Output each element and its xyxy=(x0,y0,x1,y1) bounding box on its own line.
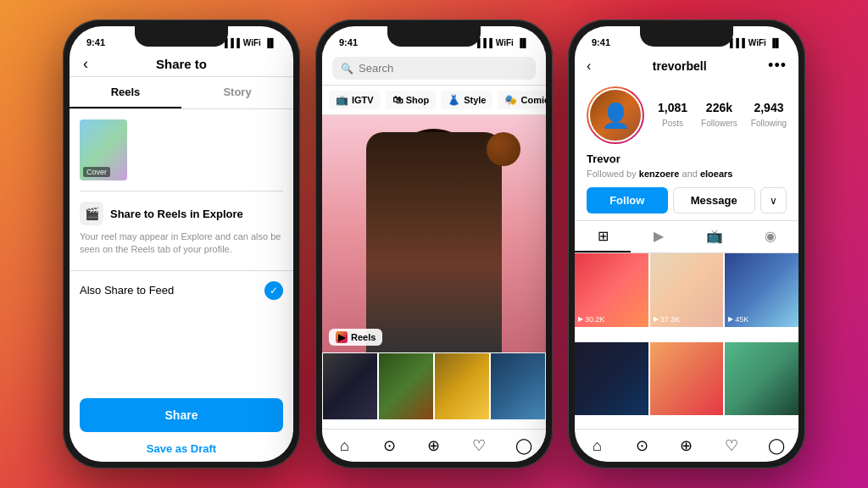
share-button[interactable]: Share xyxy=(80,398,283,432)
status-icons-1: ▐▐▐ WiFi ▐▌ xyxy=(222,38,276,47)
search-input[interactable] xyxy=(359,62,527,75)
body xyxy=(366,132,502,352)
profile-username: trevorbell xyxy=(653,59,707,73)
message-button[interactable]: Message xyxy=(673,187,756,214)
explore-grid: ▶ Reels xyxy=(322,115,546,429)
save-draft-button[interactable]: Save as Draft xyxy=(70,435,293,462)
cover-label: Cover xyxy=(83,167,110,177)
play-icon-1: ▶ xyxy=(578,315,583,323)
ball xyxy=(487,132,520,166)
status-icons-3: ▐▐▐ WiFi ▐▌ xyxy=(727,38,782,47)
phone-profile: 9:41 ▐▐▐ WiFi ▐▌ ‹ trevorbell ••• 👤 xyxy=(568,19,805,469)
caption-area: Cover xyxy=(70,109,293,191)
grid-item-1[interactable]: ▶ 30.2K xyxy=(575,253,648,327)
reels-tab[interactable]: ▶ xyxy=(631,221,687,252)
search-input-wrap[interactable]: 🔍 xyxy=(332,57,536,80)
cat-shop[interactable]: 🛍 Shop xyxy=(386,91,437,109)
dropdown-button[interactable]: ∨ xyxy=(760,187,787,214)
reels-logo: ▶ xyxy=(336,331,348,343)
add-nav[interactable]: ⊕ xyxy=(412,436,457,455)
caption-input[interactable] xyxy=(136,119,283,134)
heart-nav[interactable]: ♡ xyxy=(456,436,501,455)
cat-comics[interactable]: 🎭 Comics xyxy=(498,91,546,109)
grid-item-3[interactable]: ▶ 45K xyxy=(725,253,798,327)
tagged-tab[interactable]: ◉ xyxy=(743,221,798,252)
igtv-tab[interactable]: 📺 xyxy=(687,221,743,252)
tabs: Reels Story xyxy=(70,77,293,109)
also-share-row[interactable]: Also Share to Feed ✓ xyxy=(70,270,293,310)
home-nav[interactable]: ⌂ xyxy=(322,436,367,455)
count-3: 45K xyxy=(735,315,748,324)
profile-screen: ‹ trevorbell ••• 👤 1,081 Posts 226k xyxy=(575,52,798,462)
grid-item-2[interactable]: ▶ 37.3K xyxy=(650,253,724,327)
posts-label: Posts xyxy=(662,119,683,128)
count-1: 30.2K xyxy=(585,315,605,324)
explore-section: 🎬 Share to Reels in Explore Your reel ma… xyxy=(70,191,293,267)
reels-label: Reels xyxy=(351,332,376,342)
profile-nav-3[interactable]: ◯ xyxy=(754,436,798,455)
more-options-button[interactable]: ••• xyxy=(768,57,787,75)
profile-nav[interactable]: ◯ xyxy=(501,436,546,455)
notch-3 xyxy=(640,26,733,47)
back-button-profile[interactable]: ‹ xyxy=(587,58,591,74)
search-nav[interactable]: ⊙ xyxy=(367,436,412,455)
status-icons-2: ▐▐▐ WiFi ▐▌ xyxy=(475,38,529,47)
followers-count: 226k xyxy=(701,101,737,114)
time-1: 9:41 xyxy=(86,37,105,47)
profile-nav-bar: ‹ trevorbell ••• xyxy=(575,52,798,80)
reel-person xyxy=(322,115,546,352)
grid-item-4[interactable] xyxy=(575,342,648,416)
tab-story[interactable]: Story xyxy=(181,77,293,108)
person-image xyxy=(322,115,546,352)
thumb-2[interactable] xyxy=(378,352,434,420)
back-button[interactable]: ‹ xyxy=(83,55,88,73)
grid-item-5[interactable] xyxy=(650,342,724,416)
add-nav-3[interactable]: ⊕ xyxy=(665,436,709,455)
home-nav-3[interactable]: ⌂ xyxy=(575,436,620,455)
bottom-nav-2: ⌂ ⊙ ⊕ ♡ ◯ xyxy=(322,429,546,462)
followers-label: Followers xyxy=(701,119,737,128)
thumb-4[interactable] xyxy=(490,352,546,420)
style-icon: 👗 xyxy=(448,94,460,106)
grid-tab[interactable]: ⊞ xyxy=(575,221,631,252)
grid-item-6[interactable] xyxy=(725,342,798,416)
thumb-3[interactable] xyxy=(434,352,490,420)
play-icon-3: ▶ xyxy=(728,315,733,323)
category-tabs: 📺 IGTV 🛍 Shop 👗 Style 🎭 Comics TV & Movi… xyxy=(322,86,546,115)
profile-actions: Follow Message ∨ xyxy=(575,180,798,220)
reels-icon: 🎬 xyxy=(80,202,103,225)
profile-grid: ▶ 30.2K ▶ 37.3K ▶ 45K xyxy=(575,253,798,429)
heart-nav-3[interactable]: ♡ xyxy=(709,436,754,455)
main-reel[interactable]: ▶ Reels xyxy=(322,115,546,352)
profile-header: 👤 1,081 Posts 226k Followers 2,943 Follo… xyxy=(575,80,798,151)
wifi-icon: WiFi xyxy=(243,38,261,47)
wifi-icon-3: WiFi xyxy=(748,38,766,47)
battery-icon: ▐▌ xyxy=(264,38,276,47)
phone-share: 9:41 ▐▐▐ WiFi ▐▌ ‹ Share to Reels Story xyxy=(63,19,300,469)
profile-name: Trevor xyxy=(575,151,798,167)
also-share-label: Also Share to Feed xyxy=(80,284,174,297)
phone-explore: 9:41 ▐▐▐ WiFi ▐▌ 🔍 📺 IGTV 🛍 xyxy=(315,19,553,469)
thumbnail-row xyxy=(322,352,546,420)
following-count: 2,943 xyxy=(751,101,787,114)
notch xyxy=(135,26,228,47)
thumb-1[interactable] xyxy=(322,352,378,420)
reels-tag: ▶ Reels xyxy=(329,329,382,346)
cat-style[interactable]: 👗 Style xyxy=(441,91,492,109)
explore-header: 🎬 Share to Reels in Explore xyxy=(80,202,283,225)
tab-reels[interactable]: Reels xyxy=(70,77,181,108)
play-count-2: ▶ 37.3K xyxy=(654,315,681,324)
following-label: Following xyxy=(751,119,787,128)
search-icon: 🔍 xyxy=(341,63,353,75)
search-nav-3[interactable]: ⊙ xyxy=(620,436,665,455)
follow-button[interactable]: Follow xyxy=(587,187,668,214)
battery-icon-2: ▐▌ xyxy=(517,38,529,47)
cat-igtv[interactable]: 📺 IGTV xyxy=(329,91,381,109)
bottom-nav-3: ⌂ ⊙ ⊕ ♡ ◯ xyxy=(575,429,798,462)
avatar-inner: 👤 xyxy=(588,88,643,142)
igtv-icon: 📺 xyxy=(336,94,348,106)
search-bar: 🔍 xyxy=(322,52,546,86)
avatar: 👤 xyxy=(587,86,644,144)
followed-by: Followed by kenzoere and eloears xyxy=(575,167,798,180)
time-2: 9:41 xyxy=(339,37,358,47)
